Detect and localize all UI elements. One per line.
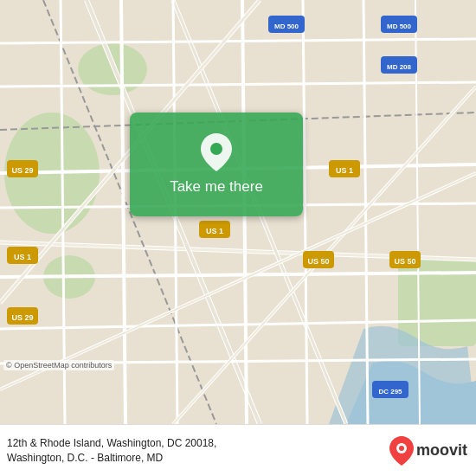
take-me-there-button[interactable]: Take me there (130, 113, 303, 216)
moovit-brand-name: moovit (416, 441, 467, 460)
moovit-logo: moovit (389, 436, 467, 466)
svg-text:MD 208: MD 208 (387, 63, 412, 71)
svg-text:US 29: US 29 (11, 313, 33, 322)
svg-text:DC 295: DC 295 (378, 388, 402, 396)
svg-text:US 50: US 50 (394, 257, 415, 266)
svg-text:MD 500: MD 500 (274, 23, 299, 30)
location-pin-icon (201, 133, 232, 171)
moovit-pin-icon (389, 436, 414, 466)
take-me-there-label: Take me there (170, 178, 263, 196)
svg-text:US 29: US 29 (11, 166, 33, 175)
svg-text:US 1: US 1 (14, 253, 31, 261)
address-line-2: Washington, D.C. - Baltimore, MD (7, 451, 216, 466)
address-line-1: 12th & Rhode Island, Washington, DC 2001… (7, 436, 216, 451)
svg-point-57 (210, 143, 222, 155)
address-block: 12th & Rhode Island, Washington, DC 2001… (7, 436, 216, 466)
map-attribution: © OpenStreetMap contributors (3, 360, 114, 370)
map-container: US 29 US 1 US 29 US 1 US 50 US 50 US 1 M… (0, 0, 476, 424)
footer: 12th & Rhode Island, Washington, DC 2001… (0, 424, 476, 476)
svg-point-59 (399, 446, 404, 451)
svg-text:US 1: US 1 (336, 166, 353, 175)
svg-text:US 1: US 1 (206, 227, 223, 235)
svg-text:MD 500: MD 500 (387, 23, 412, 30)
svg-text:US 50: US 50 (307, 257, 329, 266)
